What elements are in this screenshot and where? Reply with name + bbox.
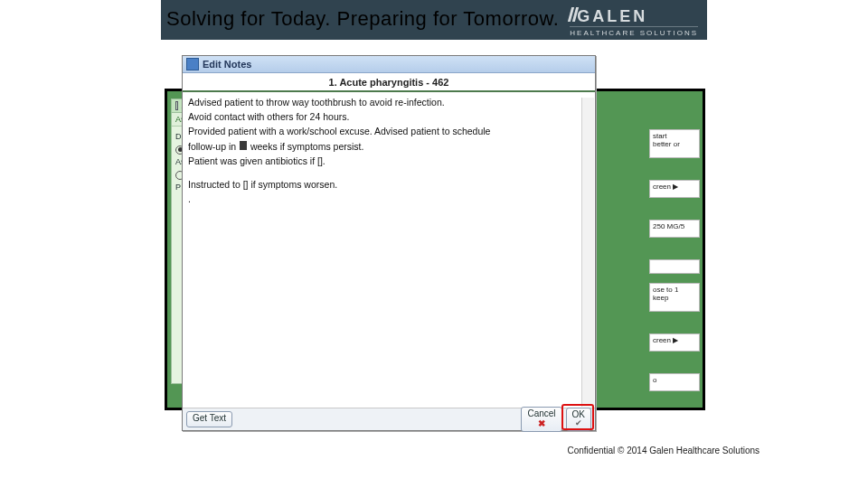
note-line: Instructed to [] if symptoms worsen.	[188, 178, 590, 192]
check-icon: ✔	[575, 419, 582, 427]
background-app: Assessment/P Assessment/Plan Display For…	[167, 91, 703, 408]
vertical-scrollbar[interactable]	[581, 98, 594, 407]
table-row: creen ▶	[649, 180, 700, 198]
note-line: .	[188, 192, 590, 206]
logo-subtext: HEALTHCARE SOLUTIONS	[570, 26, 698, 37]
dialog-button-bar: Get Text Cancel ✖ OK ✔	[183, 408, 595, 430]
edit-notes-dialog: Edit Notes 1. Acute pharyngitis - 462 Ad…	[182, 55, 596, 431]
get-text-button[interactable]: Get Text	[186, 411, 232, 427]
note-line: Patient was given antibiotics if [].	[188, 155, 590, 168]
table-row: ose to 1 keep	[649, 283, 700, 312]
table-row: 250 MG/5	[649, 220, 700, 238]
table-row: o	[649, 373, 700, 391]
tagline: Solving for Today. Preparing for Tomorro…	[166, 7, 559, 31]
ok-button[interactable]: OK ✔	[566, 408, 591, 432]
slide-footer: Confidential © 2014 Galen Healthcare Sol…	[568, 446, 760, 455]
dialog-body[interactable]: Advised patient to throw way toothbrush …	[183, 92, 595, 407]
collapse-icon	[175, 101, 178, 110]
dialog-window-title: Edit Notes	[203, 59, 251, 70]
right-column-fragments: start better or creen ▶ 250 MG/5 ose to …	[649, 99, 700, 391]
table-row	[649, 259, 700, 274]
dialog-titlebar[interactable]: Edit Notes	[183, 56, 595, 73]
logo-text: GALEN	[577, 7, 647, 25]
table-row: creen ▶	[649, 333, 700, 352]
app-icon	[186, 58, 199, 70]
dialog-heading: 1. Acute pharyngitis - 462	[183, 73, 595, 92]
note-line: Provided patient with a work/school excu…	[188, 125, 590, 138]
slide: Solving for Today. Preparing for Tomorro…	[0, 0, 868, 488]
brand-logo: GALEN HEALTHCARE SOLUTIONS	[570, 5, 698, 37]
logo-accent-icon	[570, 7, 577, 23]
screenshot-frame: Assessment/P Assessment/Plan Display For…	[165, 89, 705, 410]
cancel-button[interactable]: Cancel ✖	[521, 407, 561, 432]
note-line: follow-up in weeks if symptoms persist.	[188, 140, 590, 154]
table-row: start better or	[649, 129, 700, 158]
note-line: Avoid contact with others for 24 hours.	[188, 110, 590, 124]
close-icon: ✖	[538, 419, 545, 429]
note-line: Advised patient to throw way toothbrush …	[188, 96, 590, 109]
placeholder-field[interactable]	[240, 141, 247, 150]
